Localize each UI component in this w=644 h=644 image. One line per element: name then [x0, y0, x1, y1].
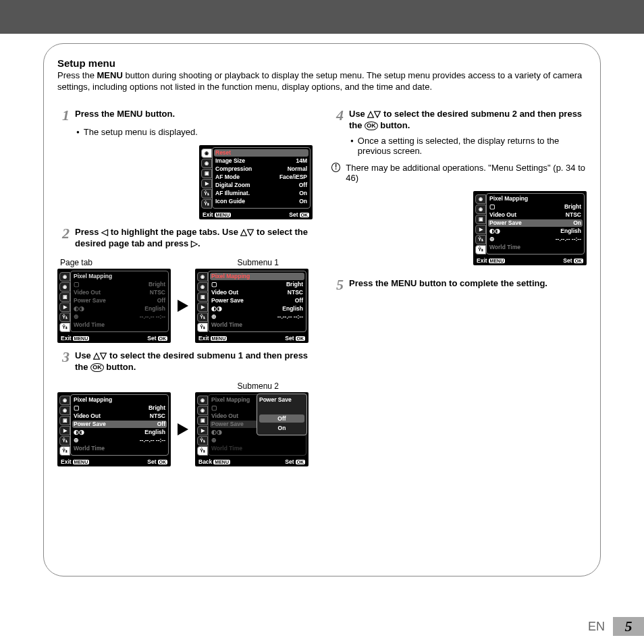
- intro-menu: MENU: [97, 70, 123, 80]
- page-frame: Setup menu Press the MENU button during …: [43, 43, 601, 576]
- screen-submenu-2: ◉ ◉ ▣ ▶ Ŷ₁ Ŷ₂ Pixel Mapping ▢ Video Out …: [195, 392, 308, 466]
- step-3-text: Use △▽ to select the desired submenu 1 a…: [75, 350, 313, 373]
- step-5-num: 5: [331, 277, 344, 292]
- step-1: 1 Press the MENU button.: [57, 108, 313, 123]
- section-intro: Press the MENU button during shooting or…: [57, 70, 587, 93]
- label-submenu-2: Submenu 2: [238, 381, 279, 391]
- step-1-bullet: The setup menu is displayed.: [76, 127, 313, 137]
- step-1-num: 1: [57, 108, 70, 123]
- screen-powersave-row: ◉ ◉ ▣ ▶ Ŷ₁ Ŷ₂ Pixel Mapping ▢Bright Vide…: [57, 392, 171, 466]
- label-submenu-1: Submenu 1: [238, 258, 279, 267]
- step-4-note: ! There may be additional operations. "M…: [331, 163, 587, 183]
- page-tab-icon: ◉: [201, 149, 212, 158]
- step-4: 4 Use △▽ to select the desired submenu 2…: [331, 108, 587, 132]
- ok-icon: OK: [90, 363, 104, 372]
- page-tab-icon: ▣: [201, 169, 212, 178]
- step-4-text: Use △▽ to select the desired submenu 2 a…: [349, 108, 587, 132]
- step-4-bullet: Once a setting is selected, the display …: [350, 136, 587, 156]
- step-3-num: 3: [57, 350, 70, 365]
- page-tab-icon: ◉: [201, 159, 212, 168]
- footer-page-num: 5: [613, 617, 644, 636]
- step-2-text: Press ◁ to highlight the page tabs. Use …: [75, 226, 313, 250]
- caution-icon: !: [331, 163, 340, 172]
- step-2-num: 2: [57, 226, 70, 241]
- label-page-tab: Page tab: [60, 258, 92, 267]
- step-2: 2 Press ◁ to highlight the page tabs. Us…: [57, 226, 313, 250]
- bullet-icon: [76, 127, 80, 137]
- right-column: 4 Use △▽ to select the desired submenu 2…: [331, 101, 587, 466]
- page-footer: EN 5: [588, 617, 644, 636]
- popup-power-save: Power Save Off On: [257, 394, 307, 435]
- page-tab-icon: Ŷ₂: [201, 199, 212, 209]
- intro-a: Press the: [57, 70, 97, 80]
- screen-camera-menu: ◉ ◉ ▣ ▶ Ŷ₁ Ŷ₂ Reset Image Size14M Compre…: [199, 145, 313, 219]
- arrow-right-icon: [178, 423, 188, 435]
- ok-icon: OK: [365, 122, 378, 130]
- top-dark-bar: [0, 0, 644, 34]
- screen-setup-tabs: ◉ ◉ ▣ ▶ Ŷ₁ Ŷ₂ Pixel Mapping ▢Bright Vide…: [57, 269, 171, 343]
- page-tab-icon: Ŷ₁: [201, 189, 212, 198]
- arrow-right-icon: [178, 300, 188, 312]
- step-4-num: 4: [331, 108, 344, 123]
- bullet-icon: [350, 136, 354, 146]
- screen-result: ◉ ◉ ▣ ▶ Ŷ₁ Ŷ₂ Pixel Mapping ▢Bright Vide…: [473, 191, 587, 265]
- step-1-text: Press the MENU button.: [75, 108, 313, 120]
- left-column: 1 Press the MENU button. The setup menu …: [57, 101, 313, 466]
- intro-b: button during shooting or playback to di…: [57, 70, 582, 92]
- footer-lang: EN: [588, 620, 605, 634]
- step-5: 5 Press the MENU button to complete the …: [331, 277, 587, 292]
- step-3: 3 Use △▽ to select the desired submenu 1…: [57, 350, 313, 373]
- section-title: Setup menu: [57, 57, 587, 69]
- screen-submenu-1: ◉ ◉ ▣ ▶ Ŷ₁ Ŷ₂ Pixel Mapping ▢Bright Vide…: [195, 269, 308, 343]
- page-tab-icon: ▶: [201, 179, 212, 188]
- step-5-text: Press the MENU button to complete the se…: [349, 277, 587, 290]
